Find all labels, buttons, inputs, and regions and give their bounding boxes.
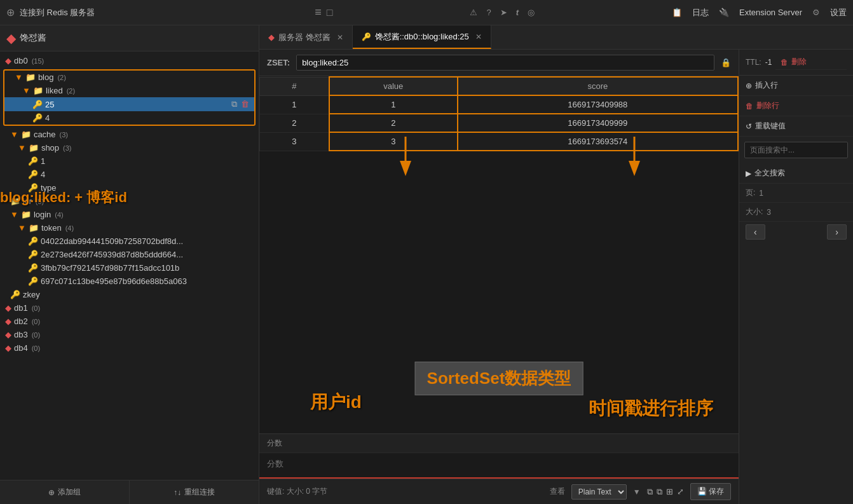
sidebar-item-shop-1[interactable]: 🔑 1 <box>0 154 259 168</box>
sidebar-item-token[interactable]: ▼ 📁 token (4) <box>0 221 259 235</box>
folder-icon: ▼ <box>15 72 23 82</box>
copy-icon[interactable]: ⧉ <box>231 99 237 109</box>
top-bar-icons: ⚠ ? ➤ t ◎ <box>339 8 666 17</box>
page-search-input[interactable] <box>744 142 848 158</box>
sidebar-item-25[interactable]: 🔑 25 ⧉ 🗑 <box>4 97 254 111</box>
sidebar-item-login[interactable]: ▼ 📁 login (4) <box>0 208 259 221</box>
sidebar-item-tok3[interactable]: 🔑 3fbb79cf7921457d98b77f15adcc101b <box>0 261 259 275</box>
github-icon: ◎ <box>528 8 535 17</box>
score-input[interactable] <box>259 453 739 479</box>
sidebar-item-liked[interactable]: ▼ 📁 liked (2) <box>4 84 254 97</box>
blog-label: blog <box>38 72 54 82</box>
key-tab-label: 馋怼酱::db0::blog:liked:25 <box>375 31 469 43</box>
view-select[interactable]: Plain Text <box>571 484 627 500</box>
liked-folder-icon: ▼ <box>22 86 31 95</box>
sidebar-item-blog[interactable]: ▼ 📁 blog (2) <box>4 71 254 84</box>
delete-button[interactable]: 🗑 删除 <box>775 55 847 70</box>
blog-count: (2) <box>57 74 65 81</box>
size-label: 大小: <box>746 207 763 217</box>
extension-icon: 🔌 <box>719 8 729 17</box>
sidebar-item-icr[interactable]: 📁 icr (5) <box>0 194 259 208</box>
lock-icon[interactable]: 🔒 <box>721 58 731 67</box>
sidebar-item-db2[interactable]: ◆ db2 (0) <box>0 315 259 328</box>
row2-score: 1669173409999 <box>458 114 738 132</box>
item-25-actions: ⧉ 🗑 <box>231 99 249 109</box>
log-label[interactable]: 日志 <box>692 7 709 18</box>
db0-count: (15) <box>32 57 44 65</box>
shop1-key-icon: 🔑 <box>28 156 38 166</box>
page-value: 1 <box>759 189 763 198</box>
reconnect-button[interactable]: ↑↓ 重组连接 <box>130 480 259 504</box>
sidebar-item-tok4[interactable]: 🔑 697c071c13be495e87b96d6e88b5a063 <box>0 275 259 288</box>
row1-num: 1 <box>260 95 329 114</box>
login-folder-arrow: ▼ <box>10 210 18 219</box>
fulltext-search-button[interactable]: ▶ 全文搜索 <box>739 163 853 184</box>
sidebar-item-tok2[interactable]: 🔑 2e273ed426f745939d87d8b5ddd664... <box>0 248 259 261</box>
sidebar-item-shop-type[interactable]: 🔑 type <box>0 181 259 194</box>
db3-label: db3 <box>14 330 28 339</box>
sidebar-item-db1[interactable]: ◆ db1 (0) <box>0 301 259 315</box>
blog-group-highlight: ▼ 📁 blog (2) ▼ 📁 liked (2) 🔑 25 ⧉ 🗑 <box>3 69 256 126</box>
sorted-set-annotation: SortedSet数据类型 <box>415 362 583 395</box>
page-label: 页: <box>746 187 755 198</box>
ttl-value: -1 <box>765 58 772 67</box>
db2-count: (0) <box>32 318 40 325</box>
next-page-button[interactable]: › <box>827 224 847 240</box>
maximize-icon[interactable]: □ <box>327 7 333 18</box>
sidebar-item-cache[interactable]: ▼ 📁 cache (3) <box>0 128 259 141</box>
sidebar-item-shop[interactable]: ▼ 📁 shop (3) <box>0 141 259 154</box>
table-row[interactable]: 1 1 1669173409988 <box>260 95 739 114</box>
login-count: (4) <box>55 211 63 219</box>
value-section: 分数 键值: 大小: 0 字节 查看 Plain Text ▼ ⧉ ⧉ <box>259 433 739 504</box>
reconnect-icon: ↑↓ <box>174 488 181 497</box>
key-tab-close[interactable]: ✕ <box>475 32 482 41</box>
server-tab-icon: ◆ <box>268 32 275 42</box>
copy-action-icon[interactable]: ⧉ <box>647 487 653 497</box>
insert-row-button[interactable]: ⊕ 插入行 <box>739 76 853 96</box>
copy2-action-icon[interactable]: ⧉ <box>657 487 662 497</box>
sidebar-item-4[interactable]: 🔑 4 <box>4 111 254 125</box>
shop-folder-arrow: ▼ <box>18 143 26 153</box>
save-button[interactable]: 💾 保存 <box>690 483 731 500</box>
tab-server[interactable]: ◆ 服务器 馋怼酱 ✕ <box>259 25 353 49</box>
token-folder-arrow: ▼ <box>18 223 26 233</box>
add-group-label: 添加组 <box>58 487 81 498</box>
row3-num: 3 <box>260 132 329 151</box>
server-tab-close[interactable]: ✕ <box>337 33 343 42</box>
connect-label[interactable]: 连接到 Redis 服务器 <box>20 7 95 18</box>
delete-icon[interactable]: 🗑 <box>241 99 249 109</box>
sidebar-item-db4[interactable]: ◆ db4 (0) <box>0 341 259 355</box>
menu-icon[interactable]: ≡ <box>315 6 322 19</box>
value-size-label: 键值: 大小: 0 字节 <box>267 486 327 497</box>
table-row[interactable]: 3 3 1669173693574 <box>260 132 739 151</box>
settings-label[interactable]: 设置 <box>830 7 847 18</box>
settings-icon: ⚙ <box>812 8 820 17</box>
score-section-label: 分数 <box>267 439 282 447</box>
prev-page-button[interactable]: ‹ <box>746 224 765 240</box>
page-info: 页: 1 <box>739 184 853 203</box>
token-label: token <box>41 223 62 233</box>
tok2-key-icon: 🔑 <box>28 250 38 259</box>
expand-action-icon[interactable]: ⤢ <box>677 487 684 497</box>
tab-key[interactable]: 🔑 馋怼酱::db0::blog:liked:25 ✕ <box>353 25 491 49</box>
key-name-input[interactable] <box>296 55 714 71</box>
reload-button[interactable]: ↺ 重载键值 <box>739 116 853 137</box>
sidebar-item-shop-4[interactable]: 🔑 4 <box>0 168 259 181</box>
sidebar-item-db3[interactable]: ◆ db3 (0) <box>0 328 259 341</box>
nav-buttons: ‹ › <box>739 222 853 242</box>
key-right-panel: TTL: -1 🗑 删除 ⊕ 插入行 🗑 删除行 ↺ 重 <box>739 50 853 504</box>
copy3-action-icon[interactable]: ⊞ <box>666 487 673 497</box>
sidebar-item-zkey[interactable]: 🔑 zkey <box>0 288 259 301</box>
ttl-label: TTL: <box>746 58 761 67</box>
table-row[interactable]: 2 2 1669173409999 <box>260 114 739 132</box>
sidebar-item-db0[interactable]: ◆ db0 (15) <box>0 54 259 67</box>
db0-icon: ◆ <box>5 56 11 65</box>
delete-row-button[interactable]: 🗑 删除行 <box>739 96 853 116</box>
add-group-button[interactable]: ⊕ 添加组 <box>0 480 130 504</box>
row3-score: 1669173693574 <box>458 132 738 151</box>
extension-server-label[interactable]: Extension Server <box>739 8 802 17</box>
db3-icon: ◆ <box>5 330 11 339</box>
main-layout: ◆ 馋怼酱 ◆ db0 (15) ▼ 📁 blog (2) ▼ 📁 <box>0 25 853 504</box>
col-value-header: value <box>329 77 458 95</box>
sidebar-item-tok1[interactable]: 🔑 04022dab994441509b7258702bdf8d... <box>0 235 259 248</box>
